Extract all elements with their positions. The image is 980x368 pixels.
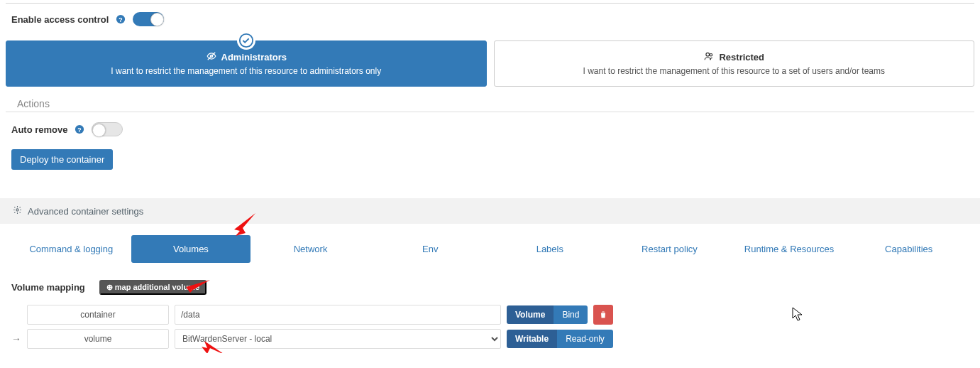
deploy-container-button[interactable]: Deploy the container (11, 149, 113, 170)
volume-bind-toggle[interactable]: Volume Bind (507, 305, 588, 324)
container-path-input[interactable] (175, 305, 501, 325)
volume-select[interactable]: BitWardenServer - local (175, 329, 501, 349)
tab-runtime-resources[interactable]: Runtime & Resources (730, 235, 849, 263)
tab-restart-policy[interactable]: Restart policy (610, 235, 730, 263)
advanced-settings-header: Advanced container settings (0, 198, 980, 224)
map-additional-volume-button[interactable]: ⊕ map additional volume (99, 280, 207, 295)
access-card-restricted[interactable]: Restricted I want to restrict the manage… (494, 40, 975, 87)
svg-text:?: ? (78, 126, 82, 134)
tab-labels[interactable]: Labels (490, 235, 610, 263)
admin-card-desc: I want to restrict the management of thi… (13, 66, 479, 76)
volume-label: volume (27, 329, 169, 349)
delete-mapping-button[interactable] (593, 305, 613, 325)
users-icon (703, 51, 715, 63)
help-icon[interactable]: ? (75, 124, 84, 134)
writable-readonly-toggle[interactable]: Writable Read-only (507, 330, 613, 348)
access-card-administrators[interactable]: Administrators I want to restrict the ma… (6, 40, 487, 87)
tab-command-logging[interactable]: Command & logging (11, 235, 131, 263)
container-path-label: container (27, 305, 169, 325)
admin-card-title: Administrators (221, 52, 287, 63)
restricted-card-title: Restricted (719, 52, 764, 63)
tab-volumes[interactable]: Volumes (131, 235, 251, 263)
svg-text:?: ? (119, 16, 123, 23)
advanced-tabs: Command & logging Volumes Network Env La… (11, 228, 969, 270)
gear-icon (13, 205, 22, 217)
enable-access-control-label: Enable access control (11, 14, 109, 25)
arrow-icon: → (11, 333, 21, 345)
svg-point-5 (706, 53, 710, 56)
svg-point-6 (710, 54, 713, 57)
volume-readonly[interactable]: Read-only (557, 330, 613, 348)
eye-slash-icon (206, 51, 217, 63)
restricted-card-desc: I want to restrict the management of thi… (502, 66, 967, 76)
svg-point-9 (16, 209, 18, 211)
tab-capabilities[interactable]: Capabilities (849, 235, 969, 263)
tab-network[interactable]: Network (250, 235, 370, 263)
auto-remove-label: Auto remove (11, 124, 67, 135)
volume-type-bind[interactable]: Bind (554, 305, 588, 324)
help-icon[interactable]: ? (116, 14, 126, 24)
check-icon (237, 31, 255, 50)
volume-mapping-label: Volume mapping (11, 282, 85, 293)
auto-remove-toggle[interactable] (92, 122, 123, 136)
actions-header: Actions (6, 94, 974, 112)
access-control-toggle[interactable] (133, 12, 164, 26)
volume-writable[interactable]: Writable (507, 330, 557, 348)
tab-env[interactable]: Env (370, 235, 490, 263)
plus-icon: ⊕ (106, 283, 113, 291)
volume-type-volume[interactable]: Volume (507, 305, 554, 324)
